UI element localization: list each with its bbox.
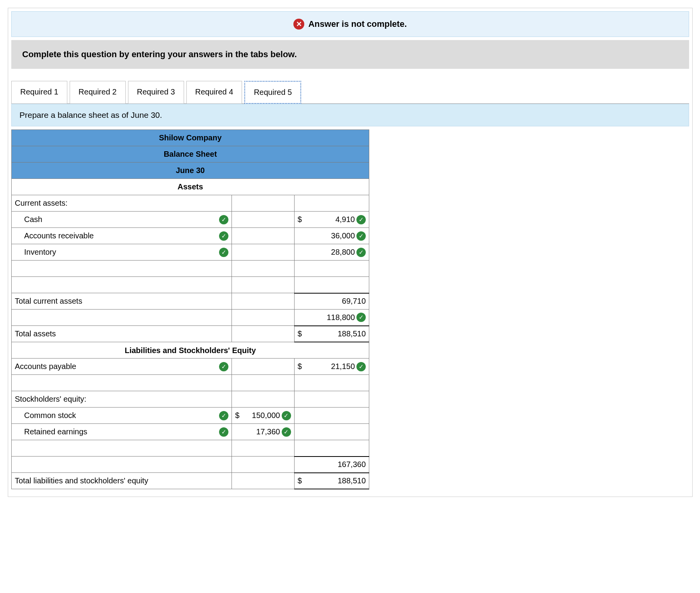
total-assets-currency: $ <box>298 329 302 338</box>
current-assets-label: Current assets: <box>12 195 232 212</box>
total-se-value: 167,360 <box>294 457 369 473</box>
row-blank-3 <box>12 375 369 391</box>
instruction-text: Complete this question by entering your … <box>22 49 297 59</box>
check-icon: ✓ <box>219 427 228 437</box>
check-icon: ✓ <box>219 411 228 420</box>
row-inventory: Inventory ✓ 28,800 ✓ <box>12 244 369 261</box>
total-liab-se-label: Total liabilities and stockholders' equi… <box>12 473 232 489</box>
check-icon: ✓ <box>219 215 228 224</box>
other-asset-value: 118,800 <box>298 313 356 322</box>
row-total-liab-se: Total liabilities and stockholders' equi… <box>12 473 369 489</box>
total-current-label: Total current assets <box>12 293 232 310</box>
status-banner: ✕ Answer is not complete. <box>11 11 689 37</box>
tab-required-3[interactable]: Required 3 <box>128 81 184 104</box>
row-accounts-payable: Accounts payable ✓ $ 21,150 ✓ <box>12 359 369 375</box>
date-header: June 30 <box>12 163 369 179</box>
check-icon: ✓ <box>356 215 366 224</box>
common-currency: $ <box>235 411 239 420</box>
total-liab-se-currency: $ <box>298 476 302 485</box>
ap-label: Accounts payable <box>15 362 76 371</box>
retained-value: 17,360 <box>235 427 281 436</box>
prompt-bar: Prepare a balance sheet as of June 30. <box>11 104 689 126</box>
total-current-value: 69,710 <box>294 293 369 310</box>
row-blank-4 <box>12 440 369 457</box>
assets-header: Assets <box>12 179 369 195</box>
tab-required-5[interactable]: Required 5 <box>244 81 301 104</box>
check-icon: ✓ <box>356 313 366 322</box>
row-common-stock: Common stock ✓ $ 150,000 ✓ <box>12 408 369 424</box>
tab-required-1[interactable]: Required 1 <box>11 81 67 104</box>
check-icon: ✓ <box>356 231 366 241</box>
retained-label: Retained earnings <box>15 427 87 436</box>
tab-required-4[interactable]: Required 4 <box>186 81 242 104</box>
ar-value: 36,000 <box>298 231 356 240</box>
question-container: ✕ Answer is not complete. Complete this … <box>8 8 693 497</box>
status-text: Answer is not complete. <box>308 19 407 29</box>
row-total-se: 167,360 <box>12 457 369 473</box>
check-icon: ✓ <box>219 362 228 371</box>
total-assets-label: Total assets <box>12 326 232 342</box>
ap-value: 21,150 <box>302 362 356 371</box>
cash-currency: $ <box>298 215 302 224</box>
tab-required-2[interactable]: Required 2 <box>70 81 126 104</box>
row-cash: Cash ✓ $ 4,910 ✓ <box>12 212 369 228</box>
total-assets-value: 188,510 <box>338 329 366 338</box>
ar-label: Accounts receivable <box>15 231 94 240</box>
company-header: Shilow Company <box>12 130 369 146</box>
error-icon: ✕ <box>293 19 304 30</box>
row-blank-2 <box>12 277 369 293</box>
check-icon: ✓ <box>219 248 228 257</box>
ap-currency: $ <box>298 362 302 371</box>
balance-sheet-table: Shilow Company Balance Sheet June 30 Ass… <box>11 129 369 490</box>
liab-header: Liabilities and Stockholders' Equity <box>12 342 369 359</box>
tabs-row: Required 1 Required 2 Required 3 Require… <box>11 80 689 104</box>
row-total-assets: Total assets $ 188,510 <box>12 326 369 342</box>
se-label: Stockholders' equity: <box>12 391 232 408</box>
check-icon: ✓ <box>356 248 366 257</box>
common-value: 150,000 <box>239 411 281 420</box>
inventory-label: Inventory <box>15 248 56 257</box>
instruction-bar: Complete this question by entering your … <box>11 40 689 69</box>
check-icon: ✓ <box>219 231 228 241</box>
row-stockholders-equity-label: Stockholders' equity: <box>12 391 369 408</box>
row-other-asset: 118,800 ✓ <box>12 310 369 326</box>
title-header: Balance Sheet <box>12 146 369 163</box>
cash-label: Cash <box>15 215 42 224</box>
row-total-current-assets: Total current assets 69,710 <box>12 293 369 310</box>
check-icon: ✓ <box>282 427 291 437</box>
row-current-assets-label: Current assets: <box>12 195 369 212</box>
common-label: Common stock <box>15 411 76 420</box>
cash-value: 4,910 <box>302 215 356 224</box>
row-blank-1 <box>12 261 369 277</box>
total-liab-se-value: 188,510 <box>338 476 366 485</box>
row-retained-earnings: Retained earnings ✓ 17,360 ✓ <box>12 424 369 440</box>
inventory-value: 28,800 <box>298 248 356 257</box>
check-icon: ✓ <box>282 411 291 420</box>
check-icon: ✓ <box>356 362 366 371</box>
row-accounts-receivable: Accounts receivable ✓ 36,000 ✓ <box>12 228 369 244</box>
prompt-text: Prepare a balance sheet as of June 30. <box>19 110 162 119</box>
